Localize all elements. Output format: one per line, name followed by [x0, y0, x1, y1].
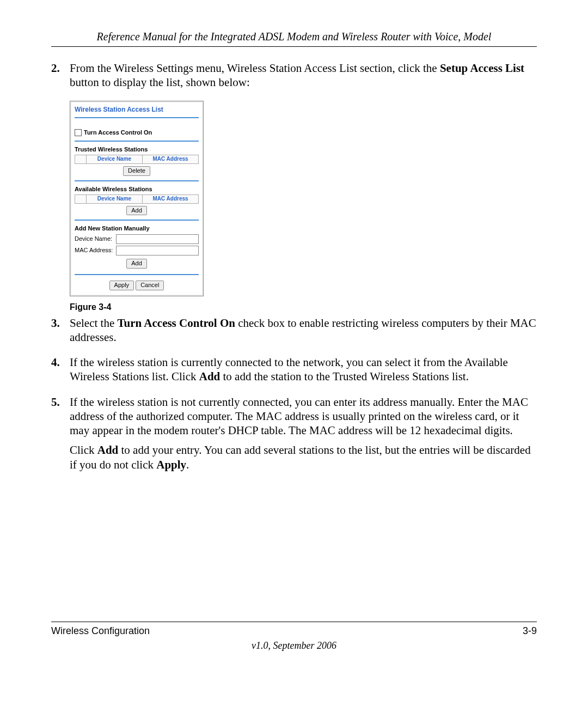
step-3: 3. Select the Turn Access Control On che…	[51, 316, 537, 350]
step-2: 2. From the Wireless Settings menu, Wire…	[51, 61, 537, 95]
text: .	[186, 458, 189, 471]
steps-list: 2. From the Wireless Settings menu, Wire…	[51, 61, 537, 477]
device-name-label: Device Name:	[75, 235, 115, 243]
header-rule	[51, 46, 537, 47]
footer-page-number: 3-9	[523, 625, 537, 637]
delete-button[interactable]: Delete	[123, 166, 150, 176]
access-control-row: Turn Access Control On	[75, 129, 199, 142]
figure-wrapper: Wireless Station Access List Turn Access…	[51, 101, 537, 313]
device-name-col: Device Name	[87, 155, 143, 164]
bold-text: Setup Access List	[440, 62, 524, 75]
step-5: 5. If the wireless station is not curren…	[51, 395, 537, 477]
available-stations-table: Device Name MAC Address	[75, 194, 199, 204]
step-number: 5.	[51, 395, 70, 477]
bold-text: Add	[97, 443, 119, 457]
router-ui-screenshot: Wireless Station Access List Turn Access…	[70, 101, 204, 296]
mac-address-input[interactable]	[116, 246, 199, 255]
text: button to display the list, shown below:	[70, 76, 250, 89]
device-name-input[interactable]	[116, 234, 199, 244]
step-5-text-2: Click Add to add your entry. You can add…	[70, 443, 537, 472]
access-control-checkbox[interactable]	[75, 129, 82, 136]
add-manual-button[interactable]: Add	[126, 259, 147, 269]
cancel-button[interactable]: Cancel	[136, 281, 164, 290]
step-number: 4.	[51, 355, 70, 389]
apply-button[interactable]: Apply	[109, 281, 134, 290]
access-control-label: Turn Access Control On	[84, 129, 152, 137]
step-4-text: If the wireless station is currently con…	[70, 355, 537, 384]
text: to add your entry. You can add several s…	[70, 443, 531, 471]
select-col	[75, 194, 87, 203]
mac-address-col: MAC Address	[143, 194, 199, 203]
figure-caption: Figure 3-4	[70, 302, 537, 313]
trusted-stations-table: Device Name MAC Address	[75, 155, 199, 164]
mac-address-label: MAC Address:	[75, 247, 115, 254]
footer-section: Wireless Configuration	[51, 625, 150, 637]
trusted-stations-header: Trusted Wireless Stations	[75, 146, 199, 154]
mac-address-col: MAC Address	[143, 155, 199, 164]
select-col	[75, 155, 87, 164]
step-number: 2.	[51, 61, 70, 95]
device-name-col: Device Name	[87, 194, 143, 203]
ui-panel-title: Wireless Station Access List	[75, 106, 199, 118]
bold-text: Turn Access Control On	[117, 317, 235, 330]
step-number: 3.	[51, 316, 70, 350]
available-stations-header: Available Wireless Stations	[75, 186, 199, 193]
step-3-text: Select the Turn Access Control On check …	[70, 316, 537, 345]
step-5-text-1: If the wireless station is not currently…	[70, 395, 537, 438]
step-2-text: From the Wireless Settings menu, Wireles…	[70, 61, 537, 90]
bold-text: Add	[199, 370, 220, 383]
header-title: Reference Manual for the Integrated ADSL…	[51, 31, 537, 46]
add-available-button[interactable]: Add	[126, 206, 147, 216]
page-footer: Wireless Configuration 3-9 v1.0, Septemb…	[51, 622, 537, 652]
bold-text: Apply	[156, 458, 186, 471]
text: Select the	[70, 317, 117, 330]
text: to add the station to the Trusted Wirele…	[220, 370, 469, 383]
step-4: 4. If the wireless station is currently …	[51, 355, 537, 389]
add-manually-header: Add New Station Manually	[75, 225, 199, 233]
footer-version: v1.0, September 2006	[51, 640, 537, 652]
text: Click	[70, 443, 97, 457]
footer-rule	[51, 622, 537, 622]
text: From the Wireless Settings menu, Wireles…	[70, 62, 440, 75]
